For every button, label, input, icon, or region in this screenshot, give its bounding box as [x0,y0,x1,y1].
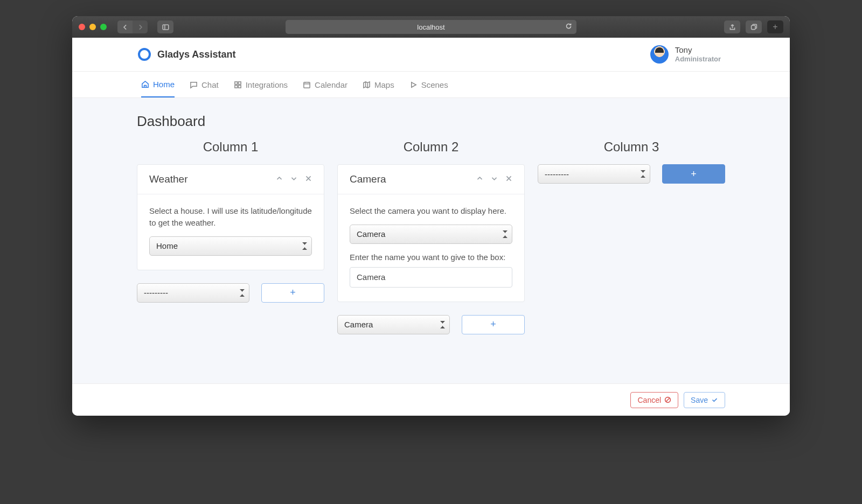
app-header: Gladys Assistant Tony Administrator [126,38,736,71]
camera-help-text: Select the camera you want to display he… [350,205,512,217]
user-menu[interactable]: Tony Administrator [650,45,721,64]
browser-window: localhost + Gladys Assistant Tony Adm [72,16,790,416]
share-button[interactable] [724,20,740,33]
svg-rect-5 [235,85,238,88]
cancel-icon [664,396,671,403]
browser-titlebar: localhost + [72,16,790,38]
calendar-icon [303,81,311,89]
nav-chat[interactable]: Chat [190,72,219,97]
column-2-add-button[interactable]: + [462,315,525,334]
weather-help-text: Select a house. I will use its latitude/… [149,205,312,229]
column-1-widget-type-select[interactable]: --------- [137,283,249,303]
browser-sidebar-toggle[interactable] [157,20,173,33]
page-body: Dashboard Column 1 Weather Select [72,98,790,383]
cancel-button[interactable]: Cancel [630,392,678,408]
weather-house-select[interactable]: Home [149,236,312,256]
camera-card-title: Camera [350,173,386,185]
browser-back-button[interactable] [117,20,133,33]
window-controls [79,24,107,30]
camera-name-label: Enter the name you want to give to the b… [350,253,512,262]
window-maximize-button[interactable] [100,24,107,30]
svg-rect-4 [238,81,241,84]
window-minimize-button[interactable] [89,24,96,30]
page-title: Dashboard [137,113,725,130]
column-1-add-button[interactable]: + [261,283,324,303]
main-nav: Home Chat Integrations Calendar Maps Sce… [126,72,736,97]
check-icon [711,396,718,403]
browser-forward-button[interactable] [133,20,148,33]
nav-integrations[interactable]: Integrations [234,72,288,97]
close-icon[interactable] [505,175,512,184]
column-3-title: Column 3 [538,139,725,155]
move-up-icon[interactable] [276,175,283,184]
move-down-icon[interactable] [491,175,498,184]
weather-card: Weather Select a house. I will use its l… [137,164,324,270]
camera-device-select[interactable]: Camera [350,225,512,244]
save-button[interactable]: Save [684,392,725,408]
user-role: Administrator [675,55,721,63]
camera-name-input[interactable] [350,267,512,288]
avatar-icon [650,45,669,64]
user-name: Tony [675,46,721,55]
weather-card-title: Weather [149,173,187,185]
dashboard-column-2: Column 2 Camera Select the camera you wa… [337,139,525,334]
app-name: Gladys Assistant [157,49,235,60]
column-3-add-button[interactable]: + [662,164,725,184]
play-icon [409,81,418,89]
column-3-widget-type-select[interactable]: --------- [538,164,650,184]
grid-icon [234,81,242,89]
browser-url-text: localhost [417,23,444,31]
home-icon [141,80,149,88]
nav-scenes[interactable]: Scenes [409,72,448,97]
svg-rect-0 [163,25,169,30]
svg-rect-2 [751,25,755,29]
page-footer: Cancel Save [72,383,790,416]
move-up-icon[interactable] [476,175,483,184]
tabs-button[interactable] [746,20,762,33]
app-logo-icon [138,48,151,61]
nav-calendar[interactable]: Calendar [303,72,347,97]
new-tab-button[interactable]: + [767,20,783,33]
svg-rect-7 [304,82,310,87]
nav-maps[interactable]: Maps [363,72,394,97]
svg-rect-3 [235,81,238,84]
chat-icon [190,81,198,89]
svg-rect-6 [238,85,241,88]
browser-url-bar[interactable]: localhost [286,20,576,34]
window-close-button[interactable] [79,24,85,30]
nav-home[interactable]: Home [141,72,175,97]
camera-card: Camera Select the camera you want to dis… [337,164,525,302]
map-icon [363,81,371,89]
column-2-widget-type-select[interactable]: Camera [337,315,450,334]
column-1-title: Column 1 [137,139,324,155]
dashboard-column-3: Column 3 --------- + [538,139,725,334]
close-icon[interactable] [305,175,312,184]
reload-icon[interactable] [565,23,572,31]
column-2-title: Column 2 [337,139,525,155]
move-down-icon[interactable] [290,175,297,184]
dashboard-column-1: Column 1 Weather Select a house. I will … [137,139,324,334]
